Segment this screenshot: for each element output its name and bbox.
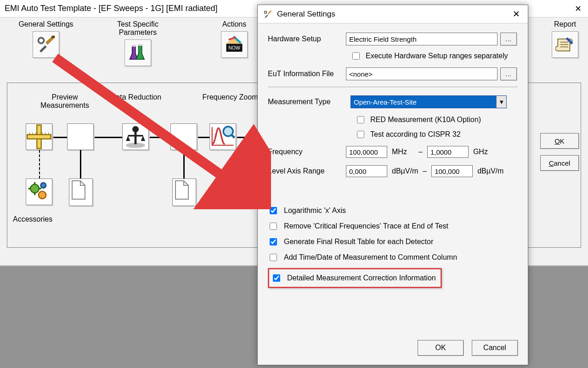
detailed-correction-label: Detailed Measurement Correction Informat… <box>287 274 436 282</box>
svg-point-10 <box>132 126 139 133</box>
cispr32-label: Test according to CISPR 32 <box>370 130 461 139</box>
eut-browse-button[interactable]: ... <box>500 67 517 80</box>
svg-rect-1 <box>51 36 55 38</box>
flow-zoom-label: Frequency Zoom <box>193 93 267 101</box>
freq-from-unit: MHz <box>392 148 414 156</box>
level-range-label: Level Axis Range <box>268 167 341 175</box>
dialog-cancel-button[interactable]: Cancel <box>472 340 518 356</box>
actions-button[interactable]: NOW <box>221 31 248 58</box>
flow-reduction-label: Data Reduction <box>104 93 168 101</box>
gears-icon <box>26 179 52 205</box>
accessories-label: Accessories <box>13 215 52 223</box>
cat-general-label: General Settings <box>9 20 83 28</box>
flow-preview-label: Preview Measurements <box>30 93 99 110</box>
add-timedate-checkbox[interactable] <box>270 254 277 261</box>
meas-type-value: Open-Area-Test-Site <box>354 98 417 106</box>
svg-rect-7 <box>27 134 51 139</box>
separator <box>268 87 518 87</box>
general-settings-dialog: General Settings ✕ Hardware Setup ... Ex… <box>257 5 528 365</box>
gen-final-checkbox[interactable] <box>270 238 277 245</box>
level-to-unit: dBµV/m <box>477 167 503 175</box>
flow-v2 <box>183 150 185 182</box>
svg-point-14 <box>41 183 46 188</box>
ruler-icon <box>26 124 52 150</box>
dialog-title: General Settings <box>277 10 335 19</box>
freq-label: Frequency <box>268 148 341 156</box>
svg-text:NOW: NOW <box>228 45 240 50</box>
beakers-icon <box>128 43 147 62</box>
remove-crit-checkbox[interactable] <box>270 223 277 230</box>
balance-icon <box>123 124 148 150</box>
doc-node-2[interactable] <box>172 178 196 206</box>
hw-browse-button[interactable]: ... <box>500 33 517 45</box>
scroll-pen-icon <box>555 35 575 54</box>
report-button[interactable] <box>552 31 578 58</box>
freq-from-input[interactable] <box>346 146 387 158</box>
hw-separate-label: Execute Hardware Setup ranges separately <box>366 52 508 60</box>
hw-setup-label: Hardware Setup <box>268 35 346 43</box>
freq-to-unit: GHz <box>473 148 495 156</box>
cat-actions-label: Actions <box>207 20 262 28</box>
reduction-node[interactable] <box>122 123 149 150</box>
svg-point-0 <box>38 38 44 43</box>
level-from-unit: dBµV/m <box>392 167 418 175</box>
flow-dash <box>39 150 40 178</box>
chevron-down-icon: ▾ <box>496 96 506 108</box>
main-cancel-button[interactable]: Cancel <box>540 155 579 171</box>
test-specific-button[interactable] <box>124 39 151 66</box>
tools-icon <box>263 10 272 19</box>
hw-setup-input[interactable] <box>346 33 498 45</box>
cat-specific-label: Test Specific Parameters <box>106 20 170 37</box>
empty-node-2[interactable] <box>170 123 197 150</box>
general-settings-button[interactable] <box>33 31 59 58</box>
main-close-button[interactable]: ✕ <box>568 0 588 17</box>
spectrum-zoom-icon <box>210 124 236 150</box>
remove-crit-label: Remove 'Critical Frequencies' Trace at E… <box>284 222 448 230</box>
action-now-icon: NOW <box>225 35 244 54</box>
doc-node-1[interactable] <box>69 178 93 206</box>
dialog-ok-button[interactable]: OK <box>418 340 464 356</box>
flow-v1 <box>80 150 81 182</box>
dialog-close-button[interactable]: ✕ <box>510 8 522 20</box>
highlight-annotation: Detailed Measurement Correction Informat… <box>268 268 442 288</box>
empty-node-1[interactable] <box>67 123 94 150</box>
red-measurement-checkbox[interactable] <box>357 116 364 123</box>
cat-report-label: Report <box>544 20 586 28</box>
logx-checkbox[interactable] <box>270 207 277 214</box>
svg-rect-3 <box>138 45 143 46</box>
preview-node[interactable] <box>26 123 52 150</box>
main-ok-button[interactable]: OK <box>540 133 579 149</box>
cispr32-checkbox[interactable] <box>357 131 364 138</box>
svg-point-15 <box>265 11 267 13</box>
meas-type-label: Measurement Type <box>268 98 351 106</box>
svg-point-13 <box>39 191 46 199</box>
level-from-input[interactable] <box>346 165 387 177</box>
gen-final-label: Generate Final Result Table for each Det… <box>284 238 433 246</box>
svg-rect-2 <box>131 45 136 47</box>
zoom-node[interactable] <box>209 123 236 150</box>
detailed-correction-checkbox[interactable] <box>273 274 280 282</box>
add-timedate-label: Add Time/Date of Measurement to Comment … <box>284 253 457 262</box>
tools-icon <box>36 35 56 54</box>
logx-label: Logarithmic 'x' Axis <box>284 206 346 215</box>
svg-point-12 <box>30 184 39 193</box>
document-icon <box>69 179 88 201</box>
hw-separate-checkbox[interactable] <box>352 52 360 60</box>
dash: – <box>423 167 427 175</box>
accessory-gears-node[interactable] <box>26 178 52 205</box>
red-measurement-label: RED Measurement (K10A Option) <box>370 116 481 124</box>
main-title: EMI Auto Test Template - [EF Sweeps - 1G… <box>5 4 218 13</box>
meas-type-combo[interactable]: Open-Area-Test-Site ▾ <box>351 95 507 108</box>
level-to-input[interactable] <box>431 165 473 177</box>
document-icon <box>173 179 191 201</box>
dialog-titlebar: General Settings ✕ <box>258 5 528 23</box>
eut-file-input[interactable] <box>346 67 498 80</box>
eut-file-label: EuT Information File <box>268 70 346 78</box>
dash: – <box>418 148 423 156</box>
freq-to-input[interactable] <box>427 146 469 158</box>
